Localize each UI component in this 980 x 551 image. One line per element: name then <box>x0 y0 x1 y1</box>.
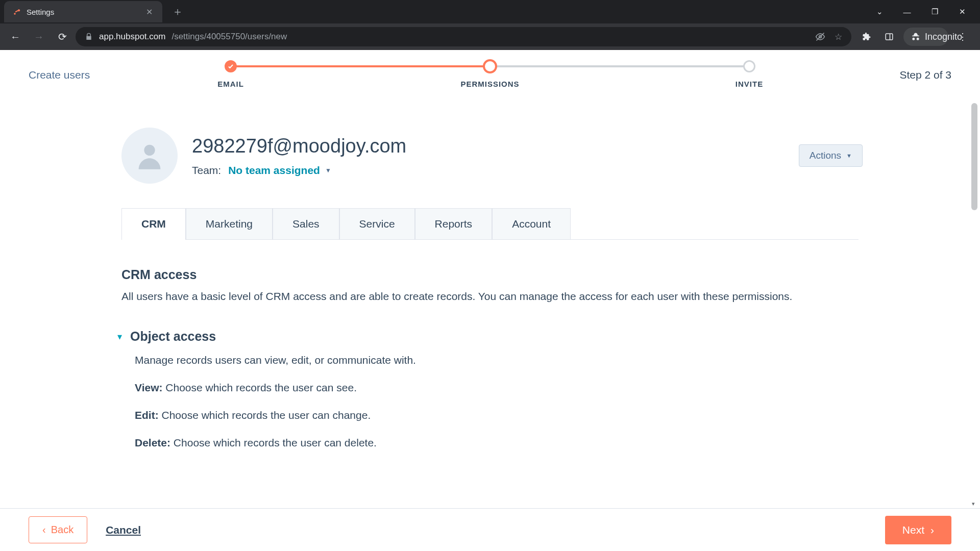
tab-strip: Settings ✕ ＋ ⌄ ― ❐ ✕ <box>0 0 980 23</box>
perm-delete-line: Delete: Choose which records the user ca… <box>135 437 863 449</box>
scrollbar[interactable]: ▴ ▾ <box>970 100 979 508</box>
step-node-invite[interactable] <box>743 60 755 72</box>
tab-crm-label: CRM <box>141 218 166 230</box>
url-path: /settings/40055750/users/new <box>172 32 287 42</box>
url-host: app.hubspot.com <box>99 32 165 42</box>
back-icon[interactable]: ← <box>5 27 26 47</box>
object-access-desc: Manage records users can view, edit, or … <box>135 354 863 366</box>
chevron-down-icon: ▾ <box>117 331 122 342</box>
browser-tab[interactable]: Settings ✕ <box>4 1 162 22</box>
perm-view-label: View: <box>135 382 162 393</box>
crm-access-section: CRM access All users have a basic level … <box>121 267 859 305</box>
close-icon[interactable]: ✕ <box>144 7 154 17</box>
stepper: EMAIL PERMISSIONS INVITE <box>225 54 755 91</box>
crm-access-title: CRM access <box>121 267 859 282</box>
step-line-2 <box>490 65 749 67</box>
check-icon <box>228 63 234 69</box>
step-label-permissions: PERMISSIONS <box>460 80 519 88</box>
minimize-icon[interactable]: ― <box>895 8 919 16</box>
tab-service-label: Service <box>359 218 395 230</box>
step-line-1 <box>231 65 490 67</box>
svg-rect-5 <box>886 34 893 40</box>
user-header: 2982279f@moodjoy.com Team: No team assig… <box>121 128 863 184</box>
avatar <box>121 128 178 184</box>
tab-account-label: Account <box>512 218 551 230</box>
perm-delete-label: Delete: <box>135 437 170 448</box>
cancel-button[interactable]: Cancel <box>106 524 141 536</box>
tab-title: Settings <box>27 8 139 16</box>
svg-point-7 <box>144 145 155 156</box>
caret-down-icon: ▼ <box>325 167 331 174</box>
reload-icon[interactable]: ⟳ <box>52 27 72 47</box>
browser-chrome: Settings ✕ ＋ ⌄ ― ❐ ✕ ← → ⟳ app.hubspot.c… <box>0 0 980 50</box>
incognito-label: Incognito <box>925 32 941 42</box>
tab-marketing-label: Marketing <box>206 218 253 230</box>
scrollbar-down-icon[interactable]: ▾ <box>969 499 978 508</box>
svg-point-1 <box>14 13 15 14</box>
team-label: Team: <box>192 164 221 177</box>
object-access-section: ▾ Object access Manage records users can… <box>117 329 863 449</box>
actions-button[interactable]: Actions ▼ <box>799 144 863 167</box>
tab-sales-label: Sales <box>292 218 320 230</box>
actions-button-label: Actions <box>810 150 841 161</box>
new-tab-button[interactable]: ＋ <box>168 4 187 19</box>
step-indicator: Step 2 of 3 <box>899 69 951 81</box>
extensions-icon[interactable] <box>859 32 875 41</box>
back-button-label: Back <box>51 524 74 536</box>
tab-marketing[interactable]: Marketing <box>186 208 273 239</box>
step-label-invite: INVITE <box>736 80 763 88</box>
scrollbar-thumb[interactable] <box>971 103 977 210</box>
tab-reports-label: Reports <box>435 218 473 230</box>
content-viewport: 2982279f@moodjoy.com Team: No team assig… <box>0 100 980 508</box>
incognito-indicator[interactable]: Incognito <box>903 28 948 46</box>
perm-edit-text: Choose which records the user can change… <box>159 409 371 421</box>
avatar-placeholder-icon <box>133 139 166 172</box>
lock-icon <box>85 33 93 41</box>
crm-access-desc: All users have a basic level of CRM acce… <box>121 288 859 305</box>
eye-off-icon[interactable] <box>815 32 825 42</box>
object-access-body: Manage records users can view, edit, or … <box>135 354 863 449</box>
team-value: No team assigned <box>228 164 320 177</box>
step-node-email[interactable] <box>225 60 237 72</box>
chevron-left-icon: ‹ <box>42 524 46 536</box>
forward-icon: → <box>29 27 49 47</box>
perm-view-line: View: Choose which records the user can … <box>135 382 863 394</box>
menu-icon[interactable]: ⋮ <box>954 31 971 42</box>
user-info: 2982279f@moodjoy.com Team: No team assig… <box>192 135 785 177</box>
tab-sales[interactable]: Sales <box>273 208 339 239</box>
window-controls: ⌄ ― ❐ ✕ <box>868 7 980 16</box>
tab-reports[interactable]: Reports <box>415 208 493 239</box>
star-icon[interactable]: ☆ <box>835 32 842 42</box>
address-row: ← → ⟳ app.hubspot.com/settings/40055750/… <box>0 23 980 50</box>
sidepanel-icon[interactable] <box>881 32 897 41</box>
wizard-footer: ‹ Back Cancel Next › <box>0 508 980 551</box>
perm-view-text: Choose which records the user can see. <box>162 382 357 393</box>
browser-right-icons: Incognito ⋮ <box>854 28 975 46</box>
step-node-permissions[interactable] <box>483 59 497 73</box>
perm-edit-label: Edit: <box>135 409 159 421</box>
object-access-title: Object access <box>130 329 216 344</box>
step-label-email: EMAIL <box>217 80 244 88</box>
perm-edit-line: Edit: Choose which records the user can … <box>135 409 863 421</box>
address-bar[interactable]: app.hubspot.com/settings/40055750/users/… <box>76 27 851 46</box>
tab-crm[interactable]: CRM <box>121 208 186 239</box>
caret-down-icon: ▼ <box>846 153 852 159</box>
wizard-header: Create users EMAIL PERMISSIONS INVITE St… <box>0 50 980 100</box>
next-button-label: Next <box>902 524 924 536</box>
perm-delete-text: Choose which records the user can delete… <box>170 437 377 448</box>
permission-tabs: CRM Marketing Sales Service Reports Acco… <box>121 208 859 240</box>
tab-dropdown-icon[interactable]: ⌄ <box>868 7 891 16</box>
close-window-icon[interactable]: ✕ <box>950 7 974 16</box>
incognito-icon <box>911 32 921 42</box>
object-access-header[interactable]: ▾ Object access <box>117 329 863 344</box>
cancel-label: Cancel <box>106 524 141 536</box>
team-dropdown[interactable]: No team assigned ▼ <box>228 164 331 177</box>
user-email: 2982279f@moodjoy.com <box>192 135 785 157</box>
tab-account[interactable]: Account <box>492 208 571 239</box>
back-button[interactable]: ‹ Back <box>29 516 87 543</box>
page-title: Create users <box>29 69 182 81</box>
next-button[interactable]: Next › <box>885 516 951 544</box>
hubspot-favicon <box>12 7 21 16</box>
tab-service[interactable]: Service <box>339 208 415 239</box>
maximize-icon[interactable]: ❐ <box>923 7 946 16</box>
